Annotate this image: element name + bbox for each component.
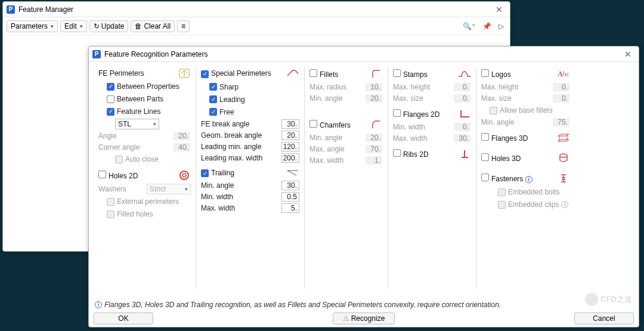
flanges2d-max-width-input[interactable]: 30. xyxy=(453,134,471,143)
parameters-button[interactable]: Parameters xyxy=(7,20,58,32)
stamps-icon xyxy=(458,70,471,78)
dialog-content: FE Perimeters Between Properties Between… xyxy=(89,62,639,293)
zoom-icon[interactable]: 🔍⁺ xyxy=(460,22,478,30)
ribs-2d-checkbox[interactable] xyxy=(393,149,401,157)
logos-checkbox[interactable] xyxy=(481,69,489,77)
recognize-button[interactable]: ⚠Recognize xyxy=(333,313,395,324)
fe-perimeters-title: FE Perimeters xyxy=(98,69,144,78)
trailing-min-width-input[interactable]: 0.5 xyxy=(281,192,299,202)
logos-max-size-input[interactable]: 0. xyxy=(552,94,570,103)
embedded-bolts-checkbox xyxy=(498,188,506,196)
logos-max-height-input[interactable]: 0. xyxy=(552,82,570,92)
fe-break-angle-input[interactable]: 30. xyxy=(281,119,299,129)
holes-3d-icon xyxy=(557,154,570,162)
app-icon: P xyxy=(7,5,15,14)
between-parts-checkbox[interactable] xyxy=(107,95,114,103)
fasteners-title: Fasteners xyxy=(491,175,523,183)
leading-max-width-input[interactable]: 200. xyxy=(281,153,299,163)
trailing-checkbox[interactable] xyxy=(201,169,209,177)
angle-input[interactable]: 20. xyxy=(173,131,191,141)
info-text: Flanges 3D, Holes 3D and Trailing recogn… xyxy=(104,301,501,309)
auto-close-checkbox xyxy=(115,156,123,163)
fasteners-icon xyxy=(557,174,570,182)
leading-checkbox[interactable] xyxy=(209,95,217,103)
fillets-icon xyxy=(370,70,383,78)
update-button[interactable]: ↻ Update xyxy=(89,20,129,32)
svg-point-2 xyxy=(182,174,186,177)
special-perimeters-icon xyxy=(286,69,299,78)
stamps-title: Stamps xyxy=(403,70,428,79)
chamfers-max-angle-input[interactable]: 70. xyxy=(365,144,383,154)
holes-3d-title: Holes 3D xyxy=(491,154,521,163)
chamfers-title: Chamfers xyxy=(320,121,351,129)
external-perimeters-checkbox xyxy=(107,198,114,206)
between-properties-checkbox[interactable] xyxy=(107,83,114,91)
close-icon[interactable]: ✕ xyxy=(492,5,506,14)
app-icon: P xyxy=(92,50,101,58)
flanges-3d-title: Flanges 3D xyxy=(491,134,528,143)
allow-base-fillets-checkbox xyxy=(490,107,497,115)
fillets-min-angle-input[interactable]: 20. xyxy=(365,94,383,103)
close-icon[interactable]: ✕ xyxy=(621,50,635,59)
special-perimeters-title: Special Perimeters xyxy=(211,69,271,78)
feature-lines-checkbox[interactable] xyxy=(107,108,114,116)
flanges-2d-title: Flanges 2D xyxy=(403,110,439,119)
logos-title: Logos xyxy=(491,70,511,79)
corner-angle-input[interactable]: 40. xyxy=(173,143,191,152)
flanges-2d-checkbox[interactable] xyxy=(393,109,401,117)
chamfers-min-angle-input[interactable]: 20. xyxy=(365,133,383,143)
stamps-max-size-input[interactable]: 0. xyxy=(453,94,471,103)
stamps-checkbox[interactable] xyxy=(393,69,401,77)
info-icon: i xyxy=(95,301,102,308)
holes-2d-checkbox[interactable] xyxy=(98,171,106,178)
sharp-checkbox[interactable] xyxy=(209,83,217,91)
trailing-max-width-input[interactable]: 5. xyxy=(281,203,299,213)
info-icon: i xyxy=(561,201,568,208)
special-perimeters-checkbox[interactable] xyxy=(201,70,209,78)
flanges-3d-checkbox[interactable] xyxy=(481,133,489,141)
pin-icon[interactable]: 📌 xyxy=(480,22,494,30)
trailing-min-angle-input[interactable]: 30. xyxy=(281,181,299,190)
button-bar: OK ⚠Recognize Cancel xyxy=(94,313,634,324)
holes-3d-checkbox[interactable] xyxy=(481,153,489,161)
toolbar: Parameters Edit ↻ Update 🗑 Clear All ≡ 🔍… xyxy=(3,17,510,35)
titlebar: P Feature Manager ✕ xyxy=(3,2,510,17)
menu-button[interactable]: ≡ xyxy=(177,20,190,32)
leading-min-angle-input[interactable]: 120. xyxy=(281,142,299,151)
feature-lines-select[interactable]: STL xyxy=(115,119,159,129)
clear-all-button[interactable]: 🗑 Clear All xyxy=(131,20,175,32)
trailing-icon xyxy=(286,169,299,177)
logos-min-angle-input[interactable]: 75. xyxy=(552,117,570,127)
dialog-title: Feature Recognition Parameters xyxy=(104,50,621,58)
chamfers-max-width-input[interactable]: 1. xyxy=(365,156,383,165)
fe-perimeters-icon xyxy=(178,69,191,78)
edit-button[interactable]: Edit xyxy=(60,20,87,32)
watermark: CFD之道 xyxy=(585,293,632,306)
fillets-checkbox[interactable] xyxy=(309,69,317,77)
holes-2d-title: Holes 2D xyxy=(109,172,138,180)
washers-select[interactable]: Strict xyxy=(147,184,191,194)
cancel-button[interactable]: Cancel xyxy=(574,313,634,324)
flanges2d-min-width-input[interactable]: 0. xyxy=(453,122,471,132)
titlebar: P Feature Recognition Parameters ✕ xyxy=(89,47,639,62)
embedded-clips-checkbox xyxy=(498,201,506,209)
chamfers-icon xyxy=(370,120,383,129)
free-checkbox[interactable] xyxy=(209,108,217,116)
svg-point-1 xyxy=(180,171,188,180)
ok-button[interactable]: OK xyxy=(94,313,153,324)
fasteners-checkbox[interactable] xyxy=(481,174,489,181)
trailing-title: Trailing xyxy=(211,169,234,177)
watermark-badge-icon xyxy=(585,293,598,306)
stamps-max-height-input[interactable]: 0. xyxy=(453,82,471,92)
flanges-3d-icon xyxy=(557,134,570,142)
angle-label: Angle xyxy=(98,132,117,140)
info-bar: i Flanges 3D, Holes 3D and Trailing reco… xyxy=(95,301,633,309)
fillets-max-radius-input[interactable]: 10. xyxy=(365,82,383,92)
window-title: Feature Manager xyxy=(18,5,492,14)
geom-break-angle-input[interactable]: 20. xyxy=(281,131,299,140)
cursor-icon[interactable]: ▷ xyxy=(496,22,506,30)
info-icon[interactable]: i xyxy=(525,176,532,183)
corner-angle-label: Corner angle xyxy=(98,143,140,151)
chamfers-checkbox[interactable] xyxy=(309,120,317,128)
feature-recognition-dialog: P Feature Recognition Parameters ✕ FE Pe… xyxy=(88,46,639,327)
